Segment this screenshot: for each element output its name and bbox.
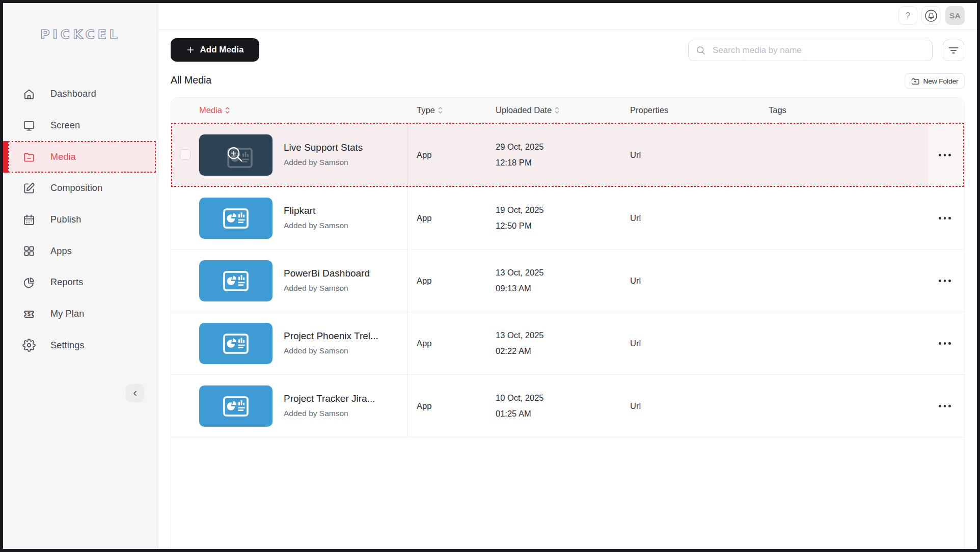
row-menu-button[interactable] (935, 342, 955, 345)
ticket-icon: $ (22, 308, 36, 321)
folder-icon (22, 150, 36, 163)
cell-uploaded-date: 10 Oct, 2025 01:25 AM (496, 390, 543, 422)
app-icon (223, 334, 249, 354)
cell-type: App (417, 276, 431, 286)
user-avatar[interactable]: SA (945, 6, 965, 25)
sidebar-item-reports[interactable]: Reports (3, 267, 158, 298)
column-header-uploaded-date[interactable]: Uploaded Date (496, 98, 559, 123)
cell-type: App (417, 150, 431, 160)
media-thumbnail[interactable] (199, 198, 273, 239)
row-menu-button[interactable] (935, 217, 955, 219)
active-indicator (3, 141, 8, 173)
filter-button[interactable] (943, 40, 964, 61)
sidebar-item-settings[interactable]: Settings (3, 330, 158, 362)
app-icon (223, 396, 249, 417)
grid-icon (22, 244, 36, 258)
row-menu-button[interactable] (935, 405, 955, 407)
cell-type: App (417, 401, 431, 411)
pickcel-logo: PICKCEL (3, 26, 158, 45)
app-icon (223, 271, 249, 291)
cell-uploaded-date: 29 Oct, 2025 12:18 PM (496, 139, 543, 171)
table-row[interactable]: Flipkart Added by Samson App 19 Oct, 202… (171, 187, 964, 250)
column-header-type[interactable]: Type (417, 98, 443, 123)
table-row[interactable]: Live Support Stats Added by Samson App 2… (171, 123, 964, 187)
help-icon: ? (906, 11, 910, 21)
table-row[interactable]: Project Phoenix Trel... Added by Samson … (171, 312, 964, 375)
edit-icon (22, 182, 36, 195)
media-added-by: Added by Samson (284, 221, 348, 230)
sidebar-collapse-button[interactable] (126, 384, 144, 402)
add-media-button[interactable]: Add Media (171, 38, 259, 62)
calendar-icon (22, 213, 36, 227)
pie-icon (22, 276, 36, 289)
media-added-by: Added by Samson (284, 409, 375, 418)
media-name: Project Phoenix Trel... (284, 330, 378, 342)
plus-icon (186, 46, 195, 54)
cell-properties: Url (630, 276, 641, 286)
cell-uploaded-date: 13 Oct, 2025 09:13 AM (496, 265, 543, 296)
sidebar-item-media[interactable]: Media (3, 141, 158, 173)
chevron-left-icon (131, 390, 139, 397)
search-box (688, 40, 933, 61)
column-header-media[interactable]: Media (199, 98, 230, 123)
sidebar-item-my-plan[interactable]: $My Plan (3, 298, 158, 330)
media-added-by: Added by Samson (284, 346, 378, 355)
media-name: Project Tracker Jira... (284, 393, 375, 404)
cell-properties: Url (630, 401, 641, 411)
new-folder-button[interactable]: New Folder (905, 73, 965, 89)
sidebar-item-composition[interactable]: Composition (3, 173, 158, 204)
svg-text:PICKCEL: PICKCEL (40, 27, 121, 42)
media-name: PowerBi Dashboard (284, 268, 370, 279)
media-added-by: Added by Samson (284, 284, 370, 293)
search-input[interactable] (712, 45, 925, 56)
sort-icon (555, 106, 559, 114)
media-thumbnail[interactable] (199, 323, 273, 364)
column-divider (407, 375, 408, 437)
sort-icon (225, 106, 230, 114)
table-header: MediaTypeUploaded DatePropertiesTags (171, 98, 964, 123)
column-divider (407, 123, 408, 187)
row-checkbox[interactable] (180, 149, 190, 160)
column-header-properties: Properties (630, 98, 668, 123)
column-header-tags: Tags (769, 98, 786, 123)
search-icon (696, 45, 706, 56)
help-button[interactable]: ? (899, 6, 917, 25)
media-thumbnail[interactable] (199, 134, 273, 176)
column-divider (407, 250, 408, 312)
table-row[interactable]: PowerBi Dashboard Added by Samson App 13… (171, 250, 964, 312)
column-divider (407, 312, 408, 374)
cell-uploaded-date: 19 Oct, 2025 12:50 PM (496, 202, 543, 234)
media-thumbnail[interactable] (199, 260, 273, 301)
cell-type: App (417, 339, 431, 348)
sidebar: PICKCEL DashboardScreenMediaCompositionP… (3, 3, 158, 549)
gear-icon (22, 339, 36, 352)
sidebar-nav: DashboardScreenMediaCompositionPublishAp… (3, 78, 158, 361)
media-name: Flipkart (284, 205, 348, 216)
cell-properties: Url (630, 339, 641, 348)
app-icon (223, 208, 249, 229)
cell-uploaded-date: 13 Oct, 2025 02:22 AM (496, 327, 543, 359)
media-table: MediaTypeUploaded DatePropertiesTags (171, 97, 965, 552)
table-row[interactable]: Project Tracker Jira... Added by Samson … (171, 375, 964, 437)
page-title: All Media (171, 74, 211, 86)
column-divider (407, 187, 408, 249)
row-menu-button[interactable] (935, 154, 955, 156)
sidebar-item-screen[interactable]: Screen (3, 110, 158, 142)
svg-text:$: $ (28, 311, 31, 317)
notifications-button[interactable] (921, 6, 940, 25)
media-name: Live Support Stats (284, 142, 363, 153)
folder-plus-icon (911, 77, 919, 86)
cell-properties: Url (630, 150, 641, 160)
media-added-by: Added by Samson (284, 158, 363, 167)
media-thumbnail[interactable] (199, 385, 273, 427)
sort-icon (438, 106, 443, 114)
sidebar-item-publish[interactable]: Publish (3, 204, 158, 236)
zoom-in-icon (223, 143, 249, 168)
monitor-icon (22, 119, 36, 132)
row-menu-button[interactable] (935, 280, 955, 282)
topbar-divider (158, 30, 977, 30)
cell-type: App (417, 213, 431, 223)
bell-icon (924, 9, 938, 22)
sidebar-item-dashboard[interactable]: Dashboard (3, 78, 158, 110)
sidebar-item-apps[interactable]: Apps (3, 235, 158, 267)
